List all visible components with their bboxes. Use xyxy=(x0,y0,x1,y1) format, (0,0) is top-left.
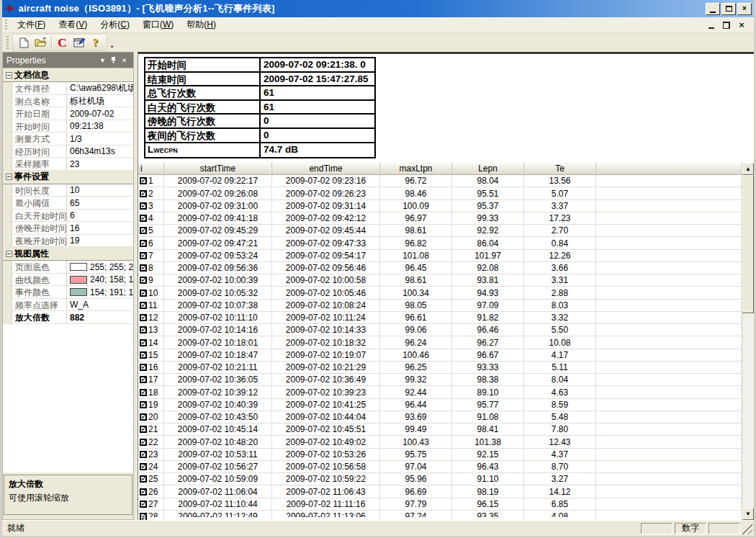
table-row[interactable]: 23 2009-07-02 10:53:11 2009-07-02 10:53:… xyxy=(138,449,742,461)
property-value[interactable]: 19 xyxy=(67,235,133,247)
scrollbar-track[interactable] xyxy=(742,313,754,508)
category-doc-info[interactable]: 文档信息 xyxy=(3,68,133,82)
table-row[interactable]: 16 2009-07-02 10:21:11 2009-07-02 10:21:… xyxy=(138,362,742,374)
menu-item[interactable]: 分析(C) xyxy=(94,17,136,32)
menu-item[interactable]: 窗口(W) xyxy=(136,17,180,32)
property-value[interactable]: 6 xyxy=(67,210,133,222)
help-button[interactable]: ? xyxy=(87,35,104,50)
property-value[interactable]: 2009-07-02 xyxy=(67,107,133,120)
category-event-settings[interactable]: 事件设置 xyxy=(3,171,133,184)
table-row[interactable]: 11 2009-07-02 10:07:38 2009-07-02 10:08:… xyxy=(138,300,742,312)
row-checkbox[interactable] xyxy=(140,475,147,483)
table-row[interactable]: 18 2009-07-02 10:39:12 2009-07-02 10:39:… xyxy=(138,386,742,398)
row-checkbox[interactable] xyxy=(140,339,147,346)
row-checkbox[interactable] xyxy=(140,227,147,234)
row-checkbox[interactable] xyxy=(140,190,147,197)
menu-item[interactable]: 文件(F) xyxy=(11,17,52,32)
row-checkbox[interactable] xyxy=(140,264,147,272)
properties-button[interactable] xyxy=(71,35,87,50)
table-row[interactable]: 17 2009-07-02 10:36:05 2009-07-02 10:36:… xyxy=(138,374,742,386)
property-value[interactable]: W_A xyxy=(67,299,133,311)
row-checkbox[interactable] xyxy=(140,413,147,421)
table-row[interactable]: 8 2009-07-02 09:56:36 2009-07-02 09:56:4… xyxy=(138,262,742,274)
row-checkbox[interactable] xyxy=(140,488,147,496)
row-checkbox[interactable] xyxy=(140,401,147,408)
property-value[interactable]: 06h34m13s xyxy=(67,145,133,158)
property-value[interactable]: C:\awa6298\机场 xyxy=(67,82,133,94)
row-checkbox[interactable] xyxy=(140,351,147,359)
row-checkbox[interactable] xyxy=(140,202,147,210)
column-header-endtime[interactable]: endTime xyxy=(272,163,380,174)
table-row[interactable]: 20 2009-07-02 10:43:50 2009-07-02 10:44:… xyxy=(138,411,742,423)
mdi-restore-button[interactable] xyxy=(720,19,733,31)
property-value[interactable]: 栎社机场 xyxy=(67,95,133,107)
table-row[interactable]: 25 2009-07-02 10:59:09 2009-07-02 10:59:… xyxy=(138,473,742,485)
table-row[interactable]: 15 2009-07-02 10:18:47 2009-07-02 10:19:… xyxy=(138,349,742,362)
property-value[interactable]: 23 xyxy=(67,158,133,170)
table-row[interactable]: 19 2009-07-02 10:40:39 2009-07-02 10:41:… xyxy=(138,399,742,411)
row-checkbox[interactable] xyxy=(140,314,147,321)
row-checkbox[interactable] xyxy=(140,376,147,383)
table-row[interactable]: 26 2009-07-02 11:06:04 2009-07-02 11:06:… xyxy=(138,485,742,498)
property-value[interactable]: 1/3 xyxy=(67,133,133,145)
close-button[interactable]: × xyxy=(737,3,752,15)
column-header-starttime[interactable]: startTime xyxy=(164,163,272,174)
table-row[interactable]: 21 2009-07-02 10:45:14 2009-07-02 10:45:… xyxy=(138,423,742,436)
property-value[interactable]: 16 xyxy=(67,222,133,234)
table-row[interactable]: 14 2009-07-02 10:18:01 2009-07-02 10:18:… xyxy=(138,336,742,349)
row-checkbox[interactable] xyxy=(140,451,147,458)
column-header-te[interactable]: Te xyxy=(524,163,596,174)
menu-item[interactable]: 帮助(H) xyxy=(180,17,222,32)
property-value[interactable]: 10 xyxy=(67,184,133,197)
toolbar-overflow-button[interactable]: ▾ xyxy=(108,34,116,51)
row-checkbox[interactable] xyxy=(140,290,147,297)
property-value[interactable]: 882 xyxy=(67,311,133,323)
resize-grip[interactable] xyxy=(742,523,752,534)
table-row[interactable]: 1 2009-07-02 09:22:17 2009-07-02 09:23:1… xyxy=(138,175,742,187)
table-row[interactable]: 7 2009-07-02 09:53:24 2009-07-02 09:54:1… xyxy=(138,250,742,262)
open-file-button[interactable] xyxy=(32,35,49,50)
row-checkbox[interactable] xyxy=(140,426,147,433)
table-row[interactable]: 4 2009-07-02 09:41:18 2009-07-02 09:42:1… xyxy=(138,212,742,225)
maximize-button[interactable] xyxy=(721,3,736,15)
table-row[interactable]: 12 2009-07-02 10:11:10 2009-07-02 10:11:… xyxy=(138,312,742,324)
row-checkbox[interactable] xyxy=(140,439,147,446)
table-row[interactable]: 2 2009-07-02 09:26:08 2009-07-02 09:26:2… xyxy=(138,187,742,199)
row-checkbox[interactable] xyxy=(140,389,147,396)
collapse-icon[interactable] xyxy=(6,174,12,180)
scrollbar-thumb[interactable] xyxy=(742,175,754,313)
panel-pin-button[interactable] xyxy=(108,56,119,64)
property-value[interactable]: 154; 191; 18 xyxy=(67,286,133,298)
row-checkbox[interactable] xyxy=(140,252,147,259)
mdi-minimize-button[interactable] xyxy=(705,19,718,31)
property-value[interactable]: 240; 158; 15 xyxy=(67,274,133,286)
table-row[interactable]: 27 2009-07-02 11:10:44 2009-07-02 11:11:… xyxy=(138,498,742,511)
scroll-down-button[interactable]: ▼ xyxy=(742,508,754,520)
property-value[interactable]: 09:21:38 xyxy=(67,120,133,133)
row-checkbox[interactable] xyxy=(140,177,147,184)
row-checkbox[interactable] xyxy=(140,326,147,333)
table-row[interactable]: 5 2009-07-02 09:45:29 2009-07-02 09:45:4… xyxy=(138,225,742,237)
menubar-grip[interactable] xyxy=(4,19,8,30)
column-header-i[interactable]: i xyxy=(138,163,164,174)
calibrate-button[interactable]: C xyxy=(54,35,71,50)
row-checkbox[interactable] xyxy=(140,302,147,309)
table-row[interactable]: 6 2009-07-02 09:47:21 2009-07-02 09:47:3… xyxy=(138,237,742,249)
panel-menu-button[interactable]: ▼ xyxy=(97,57,108,64)
scroll-up-button[interactable]: ▲ xyxy=(742,163,754,175)
table-row[interactable]: 13 2009-07-02 10:14:16 2009-07-02 10:14:… xyxy=(138,324,742,336)
row-checkbox[interactable] xyxy=(140,277,147,284)
panel-close-button[interactable]: ✕ xyxy=(119,57,130,64)
table-row[interactable]: 24 2009-07-02 10:56:27 2009-07-02 10:56:… xyxy=(138,461,742,473)
toolbar-grip[interactable] xyxy=(6,36,9,49)
minimize-button[interactable] xyxy=(706,3,720,15)
row-checkbox[interactable] xyxy=(140,240,147,247)
property-value[interactable]: 255; 255; 25 xyxy=(67,261,133,273)
table-row[interactable]: 3 2009-07-02 09:31:00 2009-07-02 09:31:1… xyxy=(138,200,742,212)
table-row[interactable]: 10 2009-07-02 10:05:32 2009-07-02 10:05:… xyxy=(138,287,742,299)
table-row[interactable]: 9 2009-07-02 10:00:39 2009-07-02 10:00:5… xyxy=(138,274,742,287)
property-value[interactable]: 65 xyxy=(67,197,133,209)
row-checkbox[interactable] xyxy=(140,364,147,371)
collapse-icon[interactable] xyxy=(6,72,12,79)
row-checkbox[interactable] xyxy=(140,215,147,222)
